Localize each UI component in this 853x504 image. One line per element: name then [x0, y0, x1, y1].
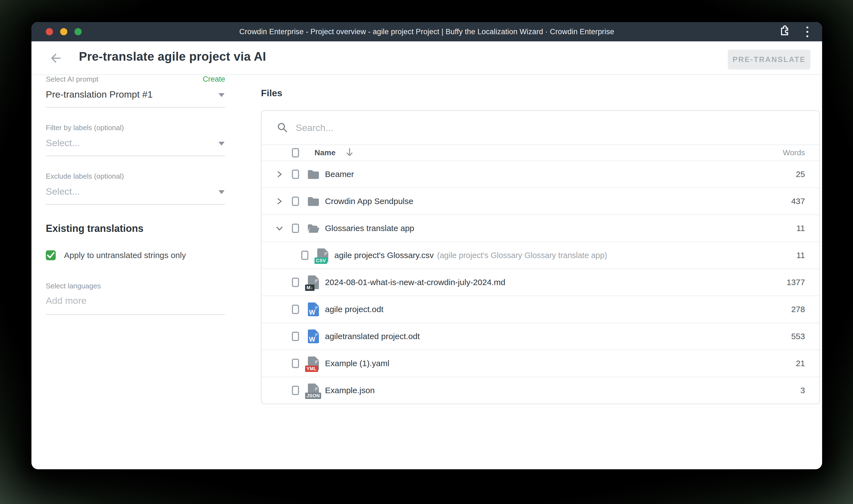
json-icon: JSON [307, 383, 319, 397]
chevron-down-icon [219, 93, 225, 97]
languages-field [46, 290, 225, 315]
exclude-labels-select[interactable]: Select... [46, 181, 225, 204]
existing-translations-heading: Existing translations [46, 223, 225, 234]
words-count: 11 [797, 223, 805, 233]
words-count: 21 [796, 359, 805, 368]
file-note: (agile project's Glossary Glossary trans… [437, 251, 607, 260]
md-icon: M↓ [307, 275, 319, 289]
file-name: Crowdin App Sendpulse [325, 197, 413, 206]
words-count: 11 [797, 251, 805, 260]
search-input[interactable] [296, 122, 808, 133]
file-row[interactable]: W agile project.odt 278 [262, 295, 819, 323]
window-title: Crowdin Enterprise - Project overview - … [32, 28, 822, 36]
expand-chevron-icon[interactable] [275, 223, 292, 233]
file-row[interactable]: JSON Example.json 3 [262, 377, 819, 403]
titlebar: Crowdin Enterprise - Project overview - … [32, 22, 822, 41]
chevron-down-icon [219, 142, 225, 146]
files-panel: Name Words Beamer 25 Crowdin App Sendpul… [261, 110, 820, 404]
file-name: agile project's Glossary.csv [334, 251, 434, 260]
file-row[interactable]: YML Example (1).yaml 21 [262, 349, 819, 377]
kebab-menu-icon[interactable] [805, 25, 810, 39]
row-checkbox[interactable] [292, 332, 299, 341]
file-row[interactable]: CSV agile project's Glossary.csv (agile … [262, 241, 819, 269]
row-checkbox[interactable] [292, 223, 299, 233]
words-count: 278 [791, 305, 805, 314]
exclude-labels-label: Exclude labels (optional) [46, 172, 225, 181]
ai-prompt-value: Pre-translation Prompt #1 [46, 89, 153, 100]
untranslated-only-label: Apply to untranslated strings only [64, 251, 186, 260]
pre-translate-button[interactable]: PRE-TRANSLATE [728, 50, 811, 70]
settings-sidebar: Select AI prompt Create Pre-translation … [46, 75, 225, 315]
row-checkbox[interactable] [292, 197, 299, 206]
file-name: agiletranslated project.odt [325, 332, 420, 341]
filter-labels-label: Filter by labels (optional) [46, 124, 225, 132]
ai-prompt-select[interactable]: Pre-translation Prompt #1 [46, 84, 225, 108]
back-arrow-icon[interactable] [49, 51, 63, 65]
row-checkbox[interactable] [292, 359, 299, 368]
file-row[interactable]: M↓ 2024-08-01-what-is-new-at-crowdin-jul… [262, 269, 819, 295]
words-count: 1377 [786, 277, 805, 287]
row-checkbox[interactable] [301, 251, 309, 260]
folder-open-icon [307, 223, 319, 234]
traffic-lights [46, 22, 82, 41]
select-all-checkbox[interactable] [292, 148, 299, 158]
page-header: Pre-translate agile project via AI PRE-T… [32, 41, 822, 75]
yml-icon: YML [307, 357, 319, 370]
filter-labels-select[interactable]: Select... [46, 132, 225, 156]
extensions-puzzle-icon[interactable] [778, 25, 790, 39]
words-count: 437 [791, 197, 805, 206]
csv-icon: CSV [317, 248, 329, 262]
sort-descending-arrow-icon[interactable] [345, 147, 354, 158]
file-name: agile project.odt [325, 305, 383, 314]
odt-icon: W [307, 303, 319, 316]
select-languages-label: Select languages [46, 282, 225, 290]
words-count: 3 [800, 386, 805, 395]
name-column-header[interactable]: Name [314, 148, 335, 157]
search-icon [277, 122, 288, 133]
row-checkbox[interactable] [292, 386, 299, 395]
row-checkbox[interactable] [292, 305, 299, 314]
languages-input[interactable] [46, 295, 225, 306]
filter-labels-placeholder: Select... [46, 138, 80, 148]
words-column-header: Words [783, 148, 805, 157]
file-name: Example (1).yaml [325, 359, 389, 368]
folder-icon [307, 169, 319, 179]
folder-icon [307, 196, 319, 206]
minimize-window-button[interactable] [60, 28, 67, 35]
create-prompt-link[interactable]: Create [203, 75, 225, 84]
row-checkbox[interactable] [292, 169, 299, 179]
exclude-labels-placeholder: Select... [46, 186, 80, 197]
file-name: Example.json [325, 386, 375, 395]
folder-row[interactable]: Glossaries translate app 11 [262, 215, 819, 241]
chevron-down-icon [219, 190, 225, 194]
file-name: Glossaries translate app [325, 223, 414, 233]
odt-icon: W [307, 329, 319, 343]
zoom-window-button[interactable] [74, 28, 82, 35]
expand-chevron-icon[interactable] [275, 197, 292, 206]
untranslated-only-checkbox[interactable] [46, 250, 56, 260]
file-name: 2024-08-01-what-is-new-at-crowdin-july-2… [325, 277, 505, 287]
close-window-button[interactable] [46, 28, 53, 35]
row-checkbox[interactable] [292, 277, 299, 287]
file-name: Beamer [325, 169, 354, 179]
words-count: 553 [791, 332, 805, 341]
page-title: Pre-translate agile project via AI [79, 50, 266, 64]
file-rows: Beamer 25 Crowdin App Sendpulse 437 Glos… [262, 160, 819, 403]
file-search-bar [262, 111, 819, 144]
folder-row[interactable]: Beamer 25 [262, 160, 819, 187]
file-row[interactable]: W agiletranslated project.odt 553 [262, 323, 819, 349]
browser-window: Crowdin Enterprise - Project overview - … [32, 22, 822, 469]
folder-row[interactable]: Crowdin App Sendpulse 437 [262, 187, 819, 215]
expand-chevron-icon[interactable] [275, 169, 292, 179]
table-header: Name Words [262, 144, 819, 160]
files-heading: Files [261, 88, 282, 98]
words-count: 25 [796, 169, 805, 179]
ai-prompt-label: Select AI prompt [46, 75, 99, 84]
